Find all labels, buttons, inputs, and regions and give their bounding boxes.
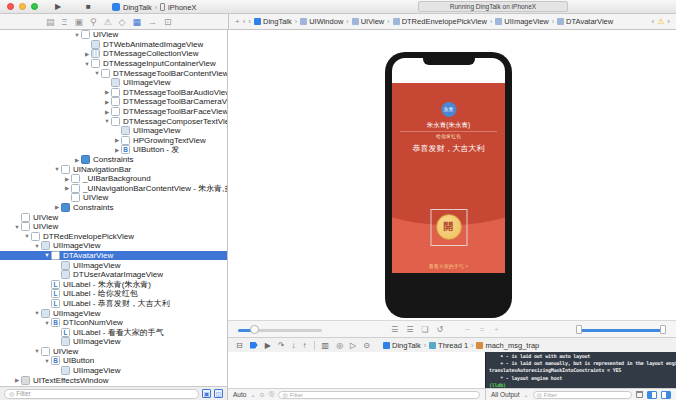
- simulate-location-icon[interactable]: ▷: [350, 341, 356, 350]
- memory-graph-icon[interactable]: ◎: [336, 341, 343, 350]
- tree-row[interactable]: UIView: [0, 193, 227, 203]
- show-views-toggle-icon[interactable]: ▣: [202, 389, 211, 398]
- hide-debug-area-icon[interactable]: ⊟: [236, 341, 243, 350]
- find-navigator-icon[interactable]: ⚲: [90, 17, 97, 27]
- tree-row[interactable]: ▼ UIView: [0, 30, 227, 40]
- tree-row[interactable]: UIImageView: [0, 78, 227, 88]
- variables-scope-select[interactable]: Auto: [233, 391, 246, 398]
- disclosure-icon[interactable]: ▼: [73, 32, 81, 38]
- disclosure-icon[interactable]: ▼: [43, 252, 51, 258]
- show-constraints-toggle-icon[interactable]: ◫: [214, 389, 223, 398]
- navigator-filter-input[interactable]: ◎ Filter: [4, 389, 199, 399]
- disclosure-icon[interactable]: ▼: [23, 233, 31, 239]
- tree-row[interactable]: DTWebAnimatedImageView: [0, 40, 227, 50]
- run-button[interactable]: ▶: [55, 2, 61, 12]
- disclosure-icon[interactable]: ▼: [43, 320, 51, 326]
- debug-navigator-icon[interactable]: ▦: [132, 17, 141, 27]
- tree-row[interactable]: ▼ UIView: [0, 347, 227, 357]
- depth-range-slider[interactable]: [578, 329, 665, 332]
- close-window-button[interactable]: [7, 3, 14, 10]
- tree-row[interactable]: ▶ DTMessageToolBarCameraView: [0, 97, 227, 107]
- check-luck-link[interactable]: 看看大家的手气 >: [392, 263, 505, 269]
- console-filter-input[interactable]: ◎ Filter: [533, 391, 632, 399]
- continue-icon[interactable]: ▶: [265, 341, 271, 350]
- disclosure-icon[interactable]: ▼: [93, 70, 101, 76]
- tree-row[interactable]: ▼ DTMessageToolBarContentView: [0, 68, 227, 78]
- tree-row[interactable]: UIImageView: [0, 260, 227, 270]
- disclosure-icon[interactable]: ▼: [43, 358, 51, 364]
- tree-row[interactable]: ▼ UINavigationBar: [0, 164, 227, 174]
- disclosure-icon[interactable]: ▶: [103, 109, 111, 115]
- next-issue-button[interactable]: ›: [667, 17, 670, 26]
- tree-row[interactable]: ▼ UIImageView: [0, 241, 227, 251]
- disclosure-icon[interactable]: ▼: [103, 118, 111, 124]
- variables-filter-input[interactable]: ◎ Filter: [278, 391, 480, 399]
- disclosure-icon[interactable]: ▶: [103, 99, 111, 105]
- zoom-window-button[interactable]: [31, 3, 38, 10]
- tree-row[interactable]: ▼ B UIButton: [0, 356, 227, 366]
- stop-button[interactable]: ■: [86, 2, 91, 12]
- view-debugger-canvas[interactable]: 永青 朱永青(朱永青) 给你发红包 恭喜发财，大吉大利 開 看看大家的手气 >: [228, 30, 676, 320]
- tree-row[interactable]: ▼ DTRedEnvelopePickView: [0, 231, 227, 241]
- view-mode-icon[interactable]: ❏: [421, 325, 428, 334]
- tree-row[interactable]: ▼ UIView: [0, 222, 227, 232]
- disclosure-icon[interactable]: ▶: [63, 185, 71, 191]
- depth-range-thumb-right[interactable]: [660, 325, 666, 334]
- tree-row[interactable]: ▼ DTAvatarView: [0, 251, 227, 261]
- depth-range-thumb-left[interactable]: [576, 325, 582, 334]
- disclosure-icon[interactable]: ▶: [113, 137, 121, 143]
- disclosure-icon[interactable]: ▼: [33, 243, 41, 249]
- symbol-navigator-icon[interactable]: ▣: [74, 17, 83, 27]
- flag-icon[interactable]: ⓪: [268, 390, 274, 399]
- add-button[interactable]: +: [235, 17, 240, 26]
- test-navigator-icon[interactable]: ◇: [119, 17, 126, 27]
- open-envelope-button[interactable]: 開: [436, 214, 462, 240]
- back-button[interactable]: ‹: [243, 17, 246, 26]
- tree-row[interactable]: UIImageView: [0, 126, 227, 136]
- tree-row[interactable]: ▶ Constraints: [0, 203, 227, 213]
- console-output[interactable]: • - is laid out with auto layout + - is …: [485, 352, 676, 388]
- scheme-selector[interactable]: DingTalk › iPhoneX: [112, 2, 196, 12]
- tree-row[interactable]: L UILabel - 恭喜发财，大吉大利: [0, 299, 227, 309]
- debug-crumb[interactable]: Thread 1: [429, 341, 468, 350]
- view-spacing-slider-thumb[interactable]: [250, 325, 259, 334]
- show-clipped-content-icon[interactable]: ☰: [391, 325, 398, 334]
- disclosure-icon[interactable]: ▶: [83, 51, 91, 57]
- debug-crumb[interactable]: DingTalk: [383, 341, 421, 350]
- disclosure-icon[interactable]: ▶: [63, 176, 71, 182]
- disclosure-icon[interactable]: ▼: [33, 348, 41, 354]
- tree-row[interactable]: UIImageView: [0, 337, 227, 347]
- debug-crumb[interactable]: mach_msg_trap: [476, 341, 539, 350]
- issue-navigator-icon[interactable]: ⚠: [103, 17, 111, 27]
- view-hierarchy-icon[interactable]: ▥: [322, 341, 330, 350]
- disclosure-icon[interactable]: ▼: [33, 310, 41, 316]
- tree-row[interactable]: ▶ B UIButton - 发: [0, 145, 227, 155]
- tree-row[interactable]: ▶ _UINavigationBarContentView - 朱永青,多赞,丰…: [0, 184, 227, 194]
- tree-row[interactable]: ▶ DTMessageCollectionView: [0, 49, 227, 59]
- zoom-out-icon[interactable]: −: [465, 325, 470, 334]
- disclosure-icon[interactable]: ▼: [13, 224, 21, 230]
- disclosure-icon[interactable]: ▶: [103, 89, 111, 95]
- tree-row[interactable]: ▶ DTMessageToolBarAudioView: [0, 88, 227, 98]
- forward-button[interactable]: ›: [248, 17, 251, 26]
- jumpbar-crumb[interactable]: UIImageView: [495, 17, 548, 26]
- jumpbar-crumb[interactable]: UIView: [352, 17, 385, 26]
- disclosure-icon[interactable]: ▶: [13, 377, 21, 383]
- jumpbar-crumb[interactable]: DTRedEnvelopePickView: [393, 17, 487, 26]
- step-out-icon[interactable]: ↑: [303, 341, 307, 350]
- zoom-actual-icon[interactable]: ＝: [478, 324, 486, 335]
- show-constraints-icon[interactable]: ☰: [406, 325, 413, 334]
- zoom-in-icon[interactable]: +: [494, 325, 499, 334]
- variables-view[interactable]: [228, 352, 485, 388]
- disclosure-icon[interactable]: ▶: [73, 157, 81, 163]
- step-into-icon[interactable]: ↓: [292, 341, 296, 350]
- tree-row[interactable]: UIImageView: [0, 366, 227, 376]
- console-scope-select[interactable]: All Output: [491, 391, 520, 398]
- prev-issue-button[interactable]: ‹: [651, 17, 654, 26]
- clear-console-icon[interactable]: [636, 391, 643, 398]
- source-control-navigator-icon[interactable]: Ξ: [62, 17, 68, 27]
- red-envelope-view[interactable]: 永青 朱永青(朱永青) 给你发红包 恭喜发财，大吉大利 開 看看大家的手气 >: [392, 83, 505, 273]
- tree-row[interactable]: ▶ DTMessageToolBarFaceView: [0, 107, 227, 117]
- project-navigator-icon[interactable]: ▤: [46, 17, 55, 27]
- disclosure-icon[interactable]: ▼: [53, 166, 61, 172]
